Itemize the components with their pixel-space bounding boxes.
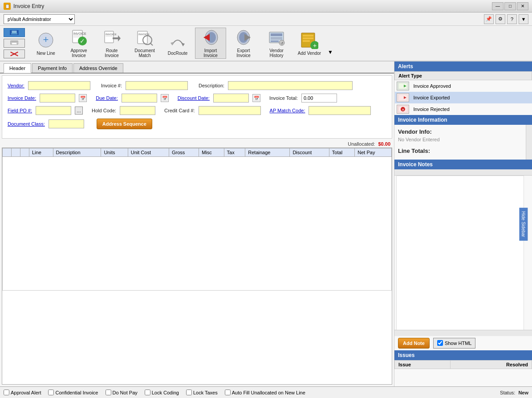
- due-date-input[interactable]: [122, 94, 157, 103]
- discount-date-label[interactable]: Discount Date:: [178, 95, 210, 101]
- tab-header[interactable]: Header: [4, 63, 31, 73]
- issues-header-row: Issue Resolved: [395, 360, 532, 369]
- do-not-pay-checkbox[interactable]: Do Not Pay: [106, 390, 138, 395]
- lock-coding-checkbox[interactable]: Lock Coding: [145, 390, 179, 395]
- auto-fill-label: Auto Fill Unallocated on New Line: [232, 390, 305, 395]
- user-dropdown[interactable]: pVault Administrator: [4, 14, 75, 24]
- invoice-date-label[interactable]: Invoice Date:: [8, 95, 36, 101]
- save-button[interactable]: [4, 28, 25, 37]
- confidential-invoice-check[interactable]: [48, 390, 54, 395]
- invoice-total-label: Invoice Total:: [269, 95, 298, 101]
- add-vendor-button[interactable]: + Add Vendor: [294, 28, 325, 59]
- ap-match-input[interactable]: [309, 106, 371, 115]
- form-row-dates: Invoice Date: 📅 Due Date: 📅 Discount Dat…: [8, 94, 386, 103]
- scrollbar-notes-bottom[interactable]: [394, 330, 532, 336]
- scrollbar-info[interactable]: [526, 125, 532, 160]
- discount-date-calendar[interactable]: 📅: [252, 94, 260, 102]
- auto-fill-check[interactable]: [225, 390, 231, 395]
- expand-icon[interactable]: ▼: [519, 14, 528, 24]
- vendor-label[interactable]: Vendor:: [8, 83, 24, 88]
- maximize-button[interactable]: □: [504, 2, 516, 10]
- ap-match-label[interactable]: AP Match Code:: [270, 108, 305, 113]
- form-row-po: Field PO #: … Hold Code: Credit Card #: …: [8, 106, 386, 115]
- unallocated-label: Unallocated:: [348, 141, 375, 147]
- lock-taxes-checkbox[interactable]: Lock Taxes: [186, 390, 218, 395]
- col-unit-cost: Unit Cost: [128, 148, 169, 157]
- invoice-date-calendar[interactable]: 📅: [79, 94, 87, 102]
- tab-address-override[interactable]: Address Override: [73, 63, 123, 73]
- credit-card-input[interactable]: [199, 106, 261, 115]
- vendor-history-button[interactable]: ↺ Vendor History: [261, 28, 292, 59]
- add-vendor-label: Add Vendor: [298, 51, 321, 56]
- add-note-button[interactable]: Add Note: [398, 338, 430, 349]
- document-class-label[interactable]: Document Class:: [8, 121, 45, 127]
- alert-row-rejected[interactable]: ✕ Invoice Rejected: [395, 103, 532, 115]
- toolbar-more-chevron[interactable]: ▼: [328, 49, 333, 59]
- help-icon[interactable]: ?: [507, 14, 517, 24]
- import-invoice-button[interactable]: Import Invoice: [195, 28, 226, 59]
- scrollbar-notes-top[interactable]: [394, 169, 532, 176]
- alert-row-approved[interactable]: Invoice Approved: [395, 80, 532, 92]
- route-invoice-button[interactable]: INVOICE Route Invoice: [96, 28, 127, 59]
- lock-coding-label: Lock Coding: [152, 390, 179, 395]
- lock-coding-check[interactable]: [145, 390, 150, 395]
- add-vendor-icon: +: [301, 31, 318, 49]
- invoice-notes-area[interactable]: [396, 176, 524, 334]
- discount-date-input[interactable]: [213, 94, 249, 103]
- field-po-browse[interactable]: …: [75, 107, 83, 115]
- export-invoice-button[interactable]: Export Invoice: [228, 28, 259, 59]
- show-html-label: Show HTML: [445, 341, 472, 346]
- import-invoice-icon: [202, 29, 219, 46]
- docroute-button[interactable]: DocRoute: [162, 28, 193, 59]
- svg-rect-1: [12, 31, 16, 33]
- show-html-checkbox[interactable]: [437, 340, 443, 346]
- svg-rect-35: [271, 41, 279, 42]
- status-value: New: [518, 390, 528, 395]
- delete-button[interactable]: [4, 49, 25, 58]
- col-total: Total: [329, 148, 354, 157]
- description-input[interactable]: [228, 81, 353, 90]
- new-line-button[interactable]: + New Line: [30, 28, 61, 59]
- tab-payment-info[interactable]: Payment Info: [32, 63, 73, 73]
- field-po-input[interactable]: [36, 106, 71, 115]
- close-button[interactable]: ✕: [517, 2, 528, 10]
- col-tax: Tax: [224, 148, 245, 157]
- field-po-label[interactable]: Field PO #:: [8, 108, 32, 113]
- alert-row-exported[interactable]: Invoice Exported: [395, 92, 532, 103]
- invoice-info-header: Invoice Information: [394, 115, 532, 125]
- due-date-calendar[interactable]: 📅: [161, 94, 169, 102]
- svg-rect-5: [11, 41, 17, 42]
- col-check2: [12, 148, 20, 157]
- hide-sidebar-button[interactable]: Hide Sidebar: [520, 208, 528, 241]
- address-sequence-button[interactable]: Address Sequence: [97, 119, 152, 129]
- minimize-button[interactable]: —: [492, 2, 504, 10]
- approval-alert-check[interactable]: [4, 390, 9, 395]
- show-html-button[interactable]: Show HTML: [433, 338, 476, 349]
- confidential-invoice-checkbox[interactable]: Confidential Invoice: [48, 390, 98, 395]
- alert-approved-label: Invoice Approved: [411, 80, 532, 92]
- vendor-input[interactable]: [28, 81, 90, 90]
- print-button[interactable]: [4, 39, 25, 48]
- main-content: Header Payment Info Address Override Ven…: [0, 62, 532, 386]
- invoice-num-input[interactable]: [126, 81, 188, 90]
- document-match-button[interactable]: INVOICE Document Match: [129, 28, 160, 59]
- invoice-table: Line Description Units Unit Cost Gross M…: [2, 148, 392, 291]
- lock-taxes-check[interactable]: [186, 390, 192, 395]
- do-not-pay-check[interactable]: [106, 390, 111, 395]
- description-label: Description:: [199, 83, 224, 88]
- confidential-invoice-label: Confidential Invoice: [55, 390, 98, 395]
- pin-icon[interactable]: 📌: [484, 14, 494, 24]
- auto-fill-checkbox[interactable]: Auto Fill Unallocated on New Line: [225, 390, 305, 395]
- document-class-input[interactable]: [49, 119, 84, 128]
- due-date-label[interactable]: Due Date:: [96, 95, 118, 101]
- quick-action-buttons: [4, 28, 25, 58]
- settings-icon[interactable]: ⚙: [495, 14, 505, 24]
- approval-alert-checkbox[interactable]: Approval Alert: [4, 390, 41, 395]
- invoice-date-input[interactable]: [40, 94, 75, 103]
- window-title: Invoice Entry: [13, 3, 492, 9]
- app-icon: 📋: [4, 3, 11, 10]
- col-misc: Misc: [199, 148, 224, 157]
- invoice-total-input[interactable]: [301, 94, 337, 103]
- approve-invoice-button[interactable]: INVOICE ✓ Approve Invoice: [63, 28, 94, 59]
- hold-code-input[interactable]: [120, 106, 155, 115]
